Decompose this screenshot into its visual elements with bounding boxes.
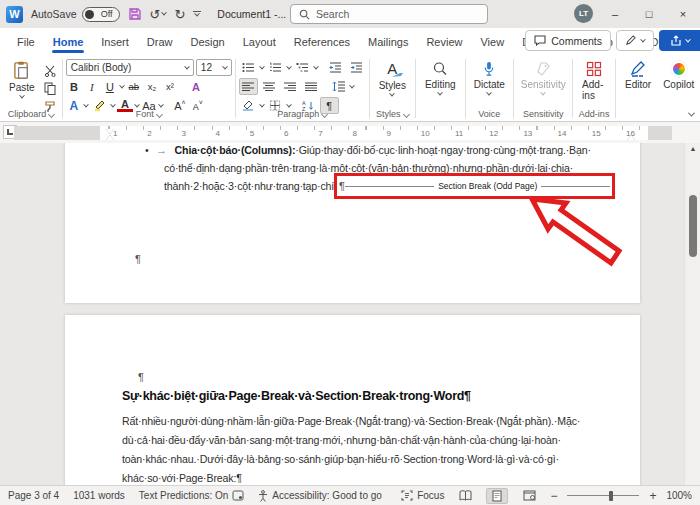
tab-review[interactable]: Review: [417, 30, 471, 55]
zoom-slider-thumb[interactable]: [609, 491, 613, 501]
accessibility-status[interactable]: Accessibility: Good to go: [258, 490, 382, 502]
tab-design[interactable]: Design: [181, 30, 233, 55]
tab-mailings[interactable]: Mailings: [359, 30, 417, 55]
underline-chevron-icon[interactable]: [119, 82, 125, 88]
subscript-button[interactable]: x₂: [144, 81, 160, 92]
page-indicator[interactable]: Page 3 of 4: [8, 490, 59, 501]
share-button[interactable]: [659, 30, 700, 51]
font-size-combo[interactable]: 12: [196, 59, 232, 76]
align-right-button[interactable]: [281, 78, 300, 95]
redo-button[interactable]: ↻: [174, 7, 185, 22]
page2-body-line: dù·cả·hai·đều·đẩy·văn·bản·sang·một·trang…: [122, 434, 561, 446]
paste-button[interactable]: Paste: [3, 58, 41, 115]
autosave-toggle[interactable]: Off: [82, 7, 120, 22]
autosave-state: Off: [101, 9, 113, 19]
word-count[interactable]: 1031 words: [73, 490, 125, 501]
read-mode-button[interactable]: [454, 488, 476, 504]
search-input[interactable]: Search: [290, 4, 488, 24]
search-icon: [299, 9, 310, 20]
avatar[interactable]: LT: [574, 4, 593, 23]
sensitivity-button: Sensitivity: [517, 58, 569, 99]
font-name-combo[interactable]: Calibri (Body): [66, 59, 194, 76]
tab-file[interactable]: File: [8, 30, 44, 55]
copy-button[interactable]: [41, 80, 60, 97]
close-button[interactable]: ×: [666, 0, 700, 28]
page1-line3: thành·2·hoặc·3·cột·như·trang·tạp·chí: [164, 180, 334, 192]
zoom-level[interactable]: 100%: [666, 490, 692, 501]
scrollbar-up-icon[interactable]: ▲: [685, 145, 700, 152]
tab-view[interactable]: View: [471, 30, 513, 55]
align-center-button[interactable]: [260, 78, 279, 95]
multilevel-list-button[interactable]: [293, 59, 312, 76]
sensitivity-group: Sensitivity Sensitivity: [514, 56, 572, 121]
ruler-number: 4: [216, 129, 220, 138]
dictate-button[interactable]: Dictate: [468, 58, 510, 99]
title-bar: W AutoSave Off ↺ ↻ Document1 -... Search…: [0, 0, 700, 28]
line-spacing-button[interactable]: [329, 78, 348, 95]
quick-access-more-icon[interactable]: [193, 11, 201, 17]
editor-button[interactable]: Editor: [619, 58, 657, 93]
increase-indent-button[interactable]: [347, 59, 366, 76]
zoom-out-button[interactable]: −: [550, 489, 557, 503]
addins-grid-icon: [586, 61, 602, 77]
justify-button[interactable]: [302, 78, 321, 95]
bullet-list-button[interactable]: [239, 59, 258, 76]
document-area[interactable]: • → Chia·cột·báo·(Columns):·Giúp·thay·đổ…: [0, 143, 700, 485]
ribbon: Paste Clipboard Calibri (Body) 12 B I U …: [0, 56, 700, 122]
text-predictions[interactable]: Text Predictions: On: [139, 490, 244, 501]
horizontal-ruler[interactable]: 12345678910111213141516: [14, 126, 672, 140]
page-2[interactable]: ¶ Sự·khác·biệt·giữa·Page·Break·và·Sectio…: [65, 315, 640, 485]
editor-copilot-group: Editor Copilot: [616, 56, 700, 121]
print-layout-button[interactable]: [486, 488, 508, 504]
tab-references[interactable]: References: [285, 30, 359, 55]
copilot-button[interactable]: Copilot: [657, 58, 700, 93]
sensitivity-tag-icon: [535, 61, 551, 77]
tab-insert[interactable]: Insert: [92, 30, 138, 55]
web-layout-button[interactable]: [518, 488, 540, 504]
tab-home[interactable]: Home: [44, 30, 93, 55]
focus-button[interactable]: Focus: [401, 490, 444, 501]
addins-button[interactable]: Add-ins: [576, 58, 612, 104]
web-layout-icon: [523, 490, 536, 501]
editing-mode-button[interactable]: [616, 30, 654, 51]
editing-button[interactable]: Editing: [419, 58, 462, 99]
italic-button[interactable]: I: [84, 81, 100, 93]
ruler-number: 8: [352, 129, 356, 138]
comments-button[interactable]: Comments: [525, 30, 611, 51]
zoom-in-button[interactable]: +: [649, 489, 656, 503]
scrollbar-thumb[interactable]: [689, 195, 697, 257]
vertical-scrollbar[interactable]: ▲: [684, 143, 700, 485]
pen-icon: [625, 35, 636, 46]
maximize-button[interactable]: □: [632, 0, 666, 28]
align-left-button[interactable]: [239, 78, 258, 95]
superscript-button[interactable]: x²: [162, 81, 178, 92]
cut-button[interactable]: [41, 62, 60, 79]
tab-draw[interactable]: Draw: [138, 30, 182, 55]
word-logo-icon[interactable]: W: [6, 6, 23, 23]
styles-dialog-launcher[interactable]: [403, 110, 410, 117]
strikethrough-button[interactable]: ab: [126, 81, 142, 92]
paragraph-dialog-launcher[interactable]: [321, 110, 328, 117]
right-indent-marker[interactable]: [627, 135, 635, 140]
zoom-slider[interactable]: [567, 489, 639, 503]
page2-body-line: toàn·khác·nhau.·Dưới·đây·là·bảng·so·sánh…: [122, 453, 559, 465]
undo-chevron-icon: [162, 10, 168, 16]
tab-arrow-mark: →: [151, 144, 171, 156]
first-line-indent-marker[interactable]: [106, 129, 114, 134]
numbered-list-button[interactable]: [266, 59, 285, 76]
styles-button[interactable]: A Styles: [373, 58, 413, 100]
bold-button[interactable]: B: [66, 81, 82, 93]
save-icon[interactable]: [128, 7, 142, 21]
decrease-indent-button[interactable]: [326, 59, 345, 76]
autosave-control[interactable]: AutoSave Off: [31, 7, 120, 22]
minimize-button[interactable]: –: [598, 0, 632, 28]
font-dialog-launcher[interactable]: [156, 110, 163, 117]
hanging-indent-marker[interactable]: [106, 135, 114, 140]
underline-button[interactable]: U: [102, 81, 118, 93]
ruler-number: 7: [318, 129, 322, 138]
tab-layout[interactable]: Layout: [234, 30, 285, 55]
ruler-number: 5: [250, 129, 254, 138]
undo-button[interactable]: ↺: [150, 7, 167, 22]
clear-formatting-button[interactable]: A: [188, 81, 204, 93]
clipboard-dialog-launcher[interactable]: [48, 110, 55, 117]
